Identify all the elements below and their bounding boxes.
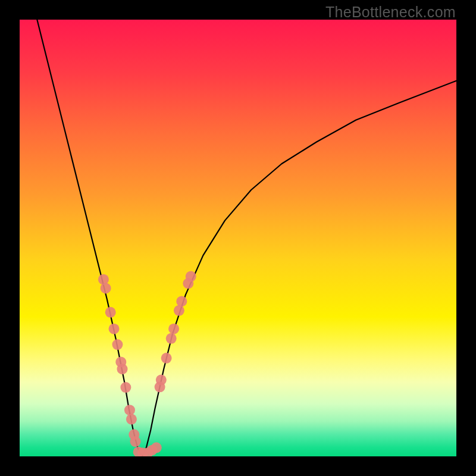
series-bottleneck-curve-right <box>142 81 456 456</box>
data-point <box>117 364 127 374</box>
chart-frame: TheBottleneck.com <box>0 0 476 476</box>
curve-layer <box>20 20 456 456</box>
data-point <box>176 296 187 306</box>
data-point <box>186 271 196 282</box>
data-point <box>109 324 120 334</box>
data-point <box>124 405 135 415</box>
data-point <box>166 333 177 344</box>
data-point <box>161 353 172 364</box>
data-point <box>156 375 167 386</box>
data-point <box>120 382 131 393</box>
data-point <box>105 307 116 318</box>
data-point <box>130 436 141 447</box>
plot-area <box>20 20 456 456</box>
watermark-text: TheBottleneck.com <box>325 4 456 21</box>
data-point <box>126 414 137 425</box>
data-point <box>112 339 123 350</box>
data-point <box>101 283 111 293</box>
data-point <box>168 324 179 334</box>
data-point <box>174 305 184 316</box>
data-point <box>151 442 162 453</box>
